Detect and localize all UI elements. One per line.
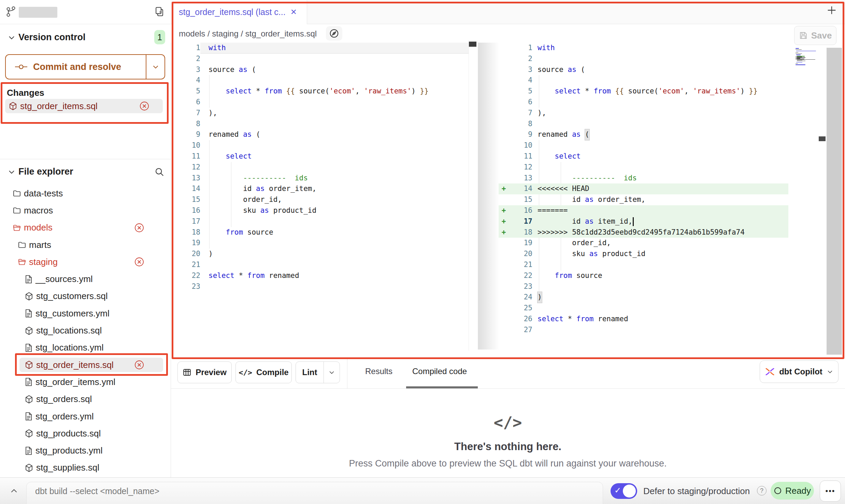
code-text: source as ( — [532, 64, 788, 75]
code-text: with — [532, 43, 788, 54]
file-item-staging[interactable]: staging — [0, 253, 171, 270]
editor-scrollbar-track[interactable] — [827, 48, 842, 355]
code-line: 16 sku as product_id — [172, 205, 469, 216]
commit-and-resolve-button[interactable]: Commit and resolve — [5, 54, 165, 79]
diff-added-marker: + — [499, 216, 509, 227]
file-item-models[interactable]: models — [0, 219, 171, 236]
code-text: id as order_item, — [532, 194, 788, 205]
status-ready-badge[interactable]: Ready — [771, 482, 814, 500]
defer-toggle[interactable]: ✓ — [611, 483, 637, 499]
code-text — [532, 140, 788, 151]
model-icon — [25, 463, 33, 472]
code-text — [200, 260, 469, 270]
chevron-down-icon[interactable] — [8, 168, 16, 176]
file-icon — [25, 275, 32, 284]
file-item-stg-order-items-yml[interactable]: stg_order_items.yml — [0, 373, 171, 390]
file-icon — [25, 412, 32, 421]
code-line: 4 — [499, 75, 788, 86]
code-text: renamed as ( — [532, 129, 788, 140]
lint-button[interactable]: Lint — [296, 361, 340, 383]
code-text — [200, 238, 469, 249]
tab-stg-order-items[interactable]: stg_order_items.sql (last c... ✕ — [172, 0, 307, 24]
file-item-stg-customers-yml[interactable]: stg_customers.yml — [0, 305, 171, 322]
minimap[interactable] — [796, 48, 816, 66]
file-item-label: staging — [29, 257, 58, 267]
code-text: renamed as ( — [200, 129, 469, 140]
file-item-stg-customers-sql[interactable]: stg_customers.sql — [0, 288, 171, 305]
file-item-label: stg_products.sql — [36, 428, 101, 439]
changes-item-stg-order-items[interactable]: stg_order_items.sql — [5, 99, 163, 113]
left-pane-scrollbar-thumb[interactable] — [469, 42, 476, 47]
code-line: 19 order_id, — [499, 238, 788, 249]
breadcrumb: models / staging / stg_order_items.sql — [179, 29, 317, 39]
code-line: 23 — [172, 281, 469, 292]
discard-change-icon[interactable] — [134, 360, 144, 370]
file-item-data-tests[interactable]: data-tests — [0, 185, 171, 202]
file-item-label: stg_products.yml — [35, 445, 103, 456]
branch-name[interactable] — [19, 7, 57, 18]
code-text: ======= — [532, 205, 788, 216]
chevron-down-icon — [827, 368, 833, 375]
file-item-stg-locations-sql[interactable]: stg_locations.sql — [0, 322, 171, 339]
chevron-up-icon[interactable] — [10, 487, 18, 495]
file-item-macros[interactable]: macros — [0, 202, 171, 219]
help-icon[interactable]: ? — [757, 486, 767, 495]
diff-added-marker: + — [499, 205, 509, 216]
lineage-compass-button[interactable] — [326, 26, 342, 41]
file-icon — [25, 446, 32, 455]
lint-label: Lint — [296, 368, 324, 377]
tab-close-icon[interactable]: ✕ — [290, 8, 297, 17]
commit-icon — [15, 63, 28, 71]
new-tab-icon[interactable] — [826, 4, 837, 16]
file-item-label: data-tests — [24, 188, 63, 199]
file-item-marts[interactable]: marts — [0, 236, 171, 253]
model-icon — [25, 429, 33, 438]
code-text — [532, 75, 788, 86]
compiled-code-empty-state: </> There's nothing here. Press Compile … — [171, 389, 845, 477]
file-item-stg-order-items-sql[interactable]: stg_order_items.sql — [0, 356, 171, 373]
commit-dropdown-button[interactable] — [146, 55, 164, 79]
discard-change-icon[interactable] — [134, 257, 144, 267]
file-item--sources-yml[interactable]: __sources.yml — [0, 270, 171, 287]
file-item-stg-orders-sql[interactable]: stg_orders.sql — [0, 391, 171, 408]
line-number: 23 — [509, 281, 532, 292]
compile-button[interactable]: </> Compile — [235, 361, 292, 383]
search-icon[interactable] — [154, 167, 164, 177]
code-text — [200, 54, 469, 64]
dbt-copilot-button[interactable]: dbt Copilot — [760, 360, 839, 383]
tab-compiled-code[interactable]: Compiled code — [412, 367, 467, 376]
line-number: 6 — [172, 97, 200, 108]
save-label: Save — [811, 30, 832, 41]
line-number: 10 — [172, 140, 200, 151]
file-item-stg-products-yml[interactable]: stg_products.yml — [0, 442, 171, 459]
code-text: ), — [532, 108, 788, 119]
file-item-stg-supplies-sql[interactable]: stg_supplies.sql — [0, 459, 171, 476]
file-item-stg-orders-yml[interactable]: stg_orders.yml — [0, 408, 171, 425]
code-editor-left-pane[interactable]: 1with23source as (45 select * from {{ so… — [172, 43, 469, 292]
tab-results[interactable]: Results — [365, 367, 392, 376]
code-line: 17 — [172, 216, 469, 227]
preview-button[interactable]: Preview — [177, 361, 232, 383]
code-editor-right-pane[interactable]: 1with23source as (45 select * from {{ so… — [499, 43, 788, 336]
lint-dropdown-button[interactable] — [324, 362, 340, 383]
code-line: 1with — [172, 43, 469, 54]
file-item-stg-locations-yml[interactable]: stg_locations.yml — [0, 339, 171, 356]
right-pane-scrollbar-thumb[interactable] — [819, 136, 826, 141]
copy-icon[interactable] — [154, 6, 164, 17]
save-button[interactable]: Save — [794, 26, 836, 45]
file-item-label: models — [24, 222, 53, 233]
discard-change-icon[interactable] — [134, 223, 144, 233]
more-options-button[interactable]: ••• — [820, 480, 841, 502]
file-item-stg-products-sql[interactable]: stg_products.sql — [0, 425, 171, 442]
code-line: 2 — [172, 54, 469, 64]
code-text: id as item_id, — [532, 216, 788, 227]
code-text — [532, 162, 788, 173]
code-line: +14<<<<<<< HEAD — [499, 183, 788, 194]
code-line: 19 — [172, 238, 469, 249]
discard-change-icon[interactable] — [140, 101, 149, 111]
left-pane-scrollbar[interactable] — [469, 40, 477, 351]
chevron-down-icon[interactable] — [8, 33, 16, 42]
file-item-label: stg_orders.yml — [35, 411, 94, 422]
code-line: 26select * from renamed — [499, 314, 788, 325]
line-number: 11 — [509, 151, 532, 162]
